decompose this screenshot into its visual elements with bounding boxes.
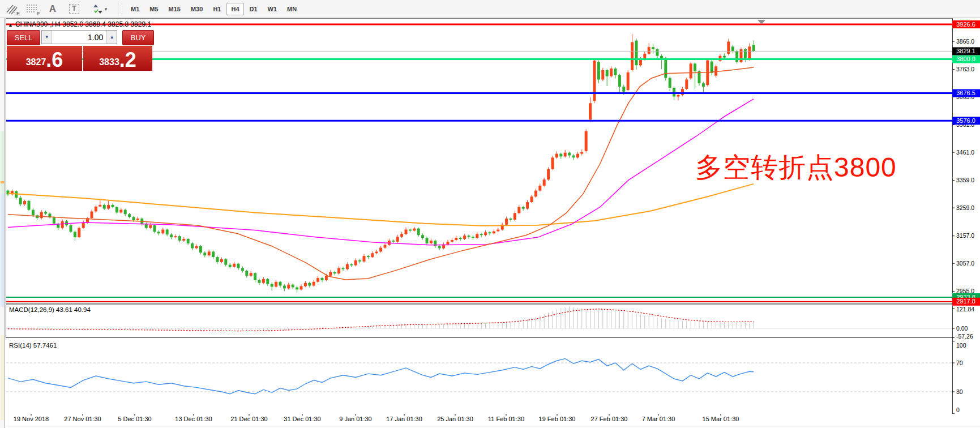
candle-body — [451, 240, 453, 242]
candle-body — [275, 282, 277, 287]
macd-label: MACD(12,26,9) 43.61 40.94 — [9, 306, 91, 313]
sell-button[interactable]: SELL — [7, 30, 40, 45]
buy-button[interactable]: BUY — [122, 30, 154, 45]
candle-body — [115, 207, 118, 213]
candle-body — [254, 273, 256, 280]
candle-body — [271, 284, 273, 287]
candle-body — [61, 221, 64, 228]
strip-sliver — [1, 194, 4, 307]
timeframe-button-h4[interactable]: H4 — [226, 3, 243, 15]
candle-body — [371, 253, 374, 257]
candle-body — [447, 242, 450, 245]
candle-body — [95, 207, 97, 212]
candle-body — [711, 61, 713, 72]
candle-body — [379, 248, 382, 252]
candle-body — [250, 273, 253, 276]
rsi-scale-label: 0 — [956, 406, 960, 413]
arrows-dropdown-caret[interactable]: ▾ — [105, 6, 108, 12]
volume-decrease-button[interactable]: ▼ — [42, 31, 52, 44]
timeframe-button-d1[interactable]: D1 — [245, 3, 262, 15]
candle-body — [677, 95, 680, 97]
candle-body — [212, 251, 215, 257]
candle-body — [690, 63, 692, 78]
candle-body — [580, 152, 583, 154]
candle-body — [656, 49, 659, 56]
candle-body — [166, 230, 169, 235]
candle-body — [174, 236, 177, 237]
sell-price-pips: .6 — [46, 51, 63, 69]
candle-body — [685, 79, 688, 89]
candle-body — [484, 232, 487, 235]
price-tick-label: 3157.0 — [956, 232, 974, 239]
buy-price-panel[interactable]: 3833.2 — [83, 46, 152, 71]
toolbar: E F A T ▾ M1M5M15M30H1H4D1W1MN — [0, 0, 980, 18]
candle-body — [731, 46, 734, 51]
candle-body — [157, 232, 160, 233]
candle-body — [149, 225, 152, 228]
candle-body — [132, 217, 135, 220]
label-tool-icon[interactable]: T — [65, 2, 84, 16]
candle-body — [505, 219, 508, 225]
candle-body — [559, 154, 562, 157]
candle-body — [187, 239, 190, 243]
candle-body — [631, 42, 634, 70]
volume-increase-button[interactable]: ▲ — [106, 31, 117, 44]
fibonacci-tool-icon[interactable]: F — [24, 2, 41, 16]
candle-body — [564, 153, 567, 157]
level-price-label: 3926.6 — [956, 21, 975, 28]
timeframe-button-m5[interactable]: M5 — [145, 3, 162, 15]
candle-body — [438, 246, 441, 249]
strip-sliver — [1, 131, 4, 194]
candle-body — [220, 259, 223, 262]
timeframe-button-m1[interactable]: M1 — [126, 3, 144, 15]
candle-body — [337, 268, 340, 273]
candle-body — [530, 196, 533, 202]
timeframe-button-m30[interactable]: M30 — [186, 3, 207, 15]
candle-body — [32, 210, 35, 216]
text-tool-icon[interactable]: A — [44, 2, 61, 16]
candle-body — [161, 230, 164, 234]
candle-body — [660, 56, 663, 58]
candle-body — [421, 235, 424, 238]
candle-body — [199, 246, 202, 253]
candle-body — [392, 241, 395, 242]
level-price-label: 3800.0 — [956, 55, 975, 62]
candle-body — [216, 257, 219, 262]
candle-body — [258, 280, 261, 283]
timeframe-button-m15[interactable]: M15 — [164, 3, 185, 15]
candle-body — [296, 287, 298, 289]
candle-body — [350, 264, 353, 266]
price-tick-label: 3057.0 — [956, 260, 974, 267]
candle-body — [409, 230, 412, 231]
candle-body — [522, 207, 525, 209]
candle-body — [589, 103, 592, 119]
candle-body — [735, 51, 738, 62]
candle-body — [300, 286, 303, 290]
date-tick-label: 27 Nov 01:30 — [64, 416, 101, 422]
arrows-tool-icon[interactable]: ▾ — [87, 2, 112, 16]
candle-body — [669, 78, 671, 88]
candle-body — [430, 241, 433, 243]
timeframe-button-w1[interactable]: W1 — [263, 3, 282, 15]
candle-body — [601, 70, 604, 80]
candle-body — [53, 217, 55, 224]
timeframe-button-mn[interactable]: MN — [283, 3, 301, 15]
timeframe-button-h1[interactable]: H1 — [208, 3, 225, 15]
sell-price-panel[interactable]: 3827.6 — [7, 46, 82, 71]
candle-body — [405, 230, 408, 234]
docked-window-edge[interactable] — [0, 18, 5, 428]
one-click-trade-widget: SELL ▼ ▲ BUY 3827.6 3833.2 — [7, 30, 154, 71]
date-tick-label: 13 Dec 01:30 — [175, 416, 212, 422]
channel-tool-icon[interactable]: E — [3, 2, 20, 16]
toolbar-drag-handle[interactable] — [121, 3, 123, 15]
candle-body — [497, 230, 499, 232]
candle-body — [723, 56, 726, 58]
candle-body — [178, 236, 181, 241]
candle-body — [266, 279, 269, 284]
volume-input[interactable] — [52, 31, 106, 44]
price-tick-label: 3763.0 — [956, 66, 974, 72]
date-tick-label: 15 Mar 01:30 — [703, 416, 739, 422]
candle-body — [229, 265, 232, 267]
candle-body — [547, 169, 550, 179]
candle-body — [614, 69, 617, 75]
